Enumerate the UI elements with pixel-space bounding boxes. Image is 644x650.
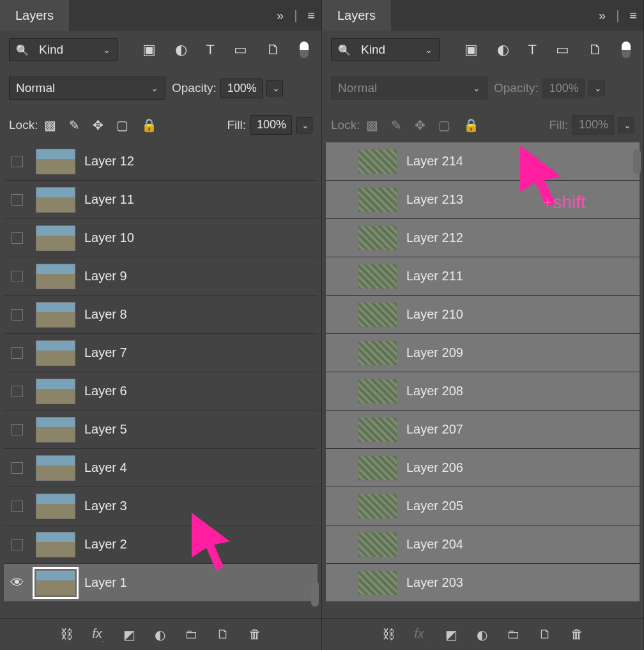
layer-name-label[interactable]: Layer 208: [406, 384, 463, 398]
layer-name-label[interactable]: Layer 10: [84, 231, 134, 245]
fx-icon[interactable]: fx˯: [414, 626, 426, 643]
layer-name-label[interactable]: Layer 212: [406, 231, 463, 245]
layer-name-label[interactable]: Layer 1: [84, 575, 127, 590]
image-icon[interactable]: ▣: [464, 42, 478, 58]
layer-name-label[interactable]: Layer 12: [84, 154, 134, 169]
layer-row[interactable]: 👁Layer 1: [4, 564, 318, 602]
lock-transparency-icon[interactable]: ▩: [366, 117, 378, 133]
layer-name-label[interactable]: Layer 6: [84, 384, 127, 398]
scrollbar-thumb[interactable]: [633, 149, 641, 174]
visibility-toggle[interactable]: [330, 156, 349, 167]
smartobject-icon[interactable]: 🗋: [266, 42, 280, 58]
opacity-input[interactable]: 100%: [542, 79, 585, 98]
layer-thumbnail[interactable]: [36, 149, 75, 174]
layer-thumbnail[interactable]: [358, 149, 397, 174]
visibility-toggle[interactable]: [330, 386, 349, 397]
visibility-toggle[interactable]: [8, 309, 27, 321]
layer-thumbnail[interactable]: [358, 455, 397, 481]
layer-row[interactable]: Layer 213: [326, 181, 640, 219]
visibility-toggle[interactable]: [330, 194, 349, 206]
layer-thumbnail[interactable]: [36, 455, 75, 481]
layer-name-label[interactable]: Layer 8: [84, 307, 127, 322]
layer-row[interactable]: Layer 2: [4, 525, 318, 564]
layer-thumbnail[interactable]: [358, 302, 397, 328]
lock-brush-icon[interactable]: ✎: [69, 117, 80, 133]
visibility-toggle[interactable]: 👁: [8, 575, 27, 591]
lock-position-icon[interactable]: ✥: [93, 117, 103, 133]
layer-thumbnail[interactable]: [36, 532, 75, 557]
opacity-input[interactable]: 100%: [220, 79, 263, 98]
layer-name-label[interactable]: Layer 214: [406, 154, 463, 169]
layer-name-label[interactable]: Layer 205: [406, 499, 463, 513]
layer-thumbnail[interactable]: [358, 570, 397, 596]
lock-position-icon[interactable]: ✥: [415, 117, 425, 133]
blend-mode-select[interactable]: Normal ⌄: [331, 77, 487, 100]
layer-row[interactable]: Layer 209: [326, 334, 640, 372]
layer-thumbnail[interactable]: [36, 340, 75, 366]
type-icon[interactable]: T: [528, 42, 537, 58]
layer-thumbnail[interactable]: [358, 494, 397, 519]
layer-name-label[interactable]: Layer 7: [84, 345, 127, 360]
fill-dropdown[interactable]: ⌄: [618, 117, 634, 133]
smartobject-icon[interactable]: 🗋: [588, 42, 602, 58]
layer-row[interactable]: Layer 6: [4, 372, 318, 411]
adjustment-icon[interactable]: ◐: [175, 42, 187, 58]
visibility-toggle[interactable]: [8, 232, 27, 244]
layer-name-label[interactable]: Layer 204: [406, 537, 463, 552]
blend-mode-select[interactable]: Normal ⌄: [9, 77, 165, 100]
layer-thumbnail[interactable]: [36, 379, 75, 404]
layer-name-label[interactable]: Layer 3: [84, 499, 127, 513]
tab-layers[interactable]: Layers: [322, 0, 391, 31]
visibility-toggle[interactable]: [8, 462, 27, 474]
layer-thumbnail[interactable]: [36, 187, 75, 213]
visibility-toggle[interactable]: [330, 424, 349, 435]
layer-name-label[interactable]: Layer 207: [406, 422, 463, 437]
layer-row[interactable]: Layer 9: [4, 257, 318, 296]
layer-row[interactable]: Layer 210: [326, 296, 640, 334]
layer-name-label[interactable]: Layer 213: [406, 192, 463, 207]
filter-kind-select[interactable]: Kind ⌄: [9, 38, 118, 61]
layer-row[interactable]: Layer 12: [4, 142, 318, 181]
layer-name-label[interactable]: Layer 9: [84, 269, 127, 283]
visibility-toggle[interactable]: [330, 577, 349, 589]
lock-artboard-icon[interactable]: ▢: [116, 117, 128, 133]
type-icon[interactable]: T: [206, 42, 215, 58]
layer-row[interactable]: Layer 10: [4, 219, 318, 257]
visibility-toggle[interactable]: [8, 501, 27, 512]
layer-thumbnail[interactable]: [36, 494, 75, 519]
layer-name-label[interactable]: Layer 210: [406, 307, 463, 322]
layer-row[interactable]: Layer 205: [326, 487, 640, 525]
layer-name-label[interactable]: Layer 2: [84, 537, 127, 552]
layer-row[interactable]: Layer 214: [326, 142, 640, 181]
layer-row[interactable]: Layer 7: [4, 334, 318, 372]
opacity-dropdown[interactable]: ⌄: [588, 80, 605, 96]
group-icon[interactable]: 🗀: [185, 627, 197, 642]
link-icon[interactable]: ⛓: [60, 627, 73, 642]
panel-menu-icon[interactable]: [307, 8, 315, 23]
fx-icon[interactable]: fx˯: [92, 626, 104, 643]
lock-all-icon[interactable]: 🔒: [463, 117, 479, 133]
fill-input[interactable]: 100%: [250, 115, 292, 135]
visibility-toggle[interactable]: [8, 347, 27, 359]
layer-name-label[interactable]: Layer 211: [406, 269, 463, 283]
lock-artboard-icon[interactable]: ▢: [438, 117, 450, 133]
visibility-toggle[interactable]: [8, 271, 27, 282]
layer-row[interactable]: Layer 207: [326, 411, 640, 449]
visibility-toggle[interactable]: [8, 424, 27, 435]
trash-icon[interactable]: 🗑: [249, 627, 261, 642]
layer-thumbnail[interactable]: [358, 417, 397, 442]
filter-toggle[interactable]: [300, 42, 309, 58]
visibility-toggle[interactable]: [330, 501, 349, 512]
visibility-toggle[interactable]: [330, 462, 349, 474]
layer-row[interactable]: Layer 3: [4, 487, 318, 525]
layer-list[interactable]: Layer 12Layer 11Layer 10Layer 9Layer 8La…: [0, 142, 321, 618]
visibility-toggle[interactable]: [330, 539, 349, 550]
lock-all-icon[interactable]: 🔒: [141, 117, 157, 133]
visibility-toggle[interactable]: [8, 539, 27, 550]
adjust-fill-icon[interactable]: ◐: [155, 627, 165, 642]
shape-icon[interactable]: ▭: [556, 42, 569, 58]
layer-thumbnail[interactable]: [358, 532, 397, 557]
layer-name-label[interactable]: Layer 203: [406, 575, 463, 590]
layer-row[interactable]: Layer 204: [326, 525, 640, 564]
layer-name-label[interactable]: Layer 5: [84, 422, 127, 437]
